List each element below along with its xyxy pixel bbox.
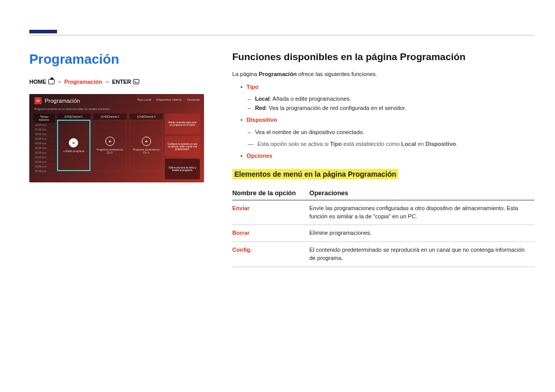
section-heading: Funciones disponibles en la página Progr… (232, 51, 534, 63)
table-row: Borrar Elimine programaciones. (232, 225, 534, 242)
right-column: Funciones disponibles en la página Progr… (232, 51, 534, 267)
ss-body: Tiempo reproduc. 12:00 a.m. 01:00 a.m. 0… (29, 114, 204, 179)
sub-bullet-device: Vea el nombre de un dispositivo conectad… (248, 128, 534, 137)
plus-icon: + (142, 137, 151, 146)
ui-screenshot-preview: 31 Programación Tipo Local Dispositivo I… (29, 94, 204, 182)
plus-icon: + (69, 138, 78, 147)
breadcrumb-arrow-1: → (57, 79, 62, 85)
top-rule (29, 35, 534, 35)
calendar-icon: 31 (34, 97, 42, 104)
ss-time-header: Tiempo reproduc. (33, 114, 55, 123)
th-option-name: Nombre de la opción (232, 186, 309, 200)
sub-bullet-local: Local: Añada o edite programaciones. (248, 95, 534, 104)
table-row: Enviar Envíe las programaciones configur… (232, 200, 534, 225)
home-icon (48, 79, 54, 84)
ss-time-row: 03:00 a.m. (33, 137, 55, 141)
ss-side-tip: Defina una hora de inicio y finalice el … (165, 159, 200, 179)
ss-channel-1: [CH1]Channel 1 + + Añadir programa (57, 114, 90, 179)
plus-icon: + (105, 137, 115, 146)
ss-top-right: Tipo Local Dispositivo Interna Opciones (137, 98, 200, 101)
ss-side-tip: Añade contenido para crear un programa e… (165, 114, 200, 134)
ss-time-list: 12:00 a.m. 01:00 a.m. 02:00 a.m. 03:00 a… (33, 123, 55, 174)
ss-time-row: 02:00 a.m. (33, 132, 55, 137)
ss-ch-body: + + Añadir programa (57, 120, 90, 171)
breadcrumb-home: HOME (29, 79, 46, 85)
subsection-heading: Elementos de menú en la página Programac… (232, 169, 398, 179)
ss-time-row: 04:00 a.m. (33, 141, 55, 146)
left-column: Programación HOME → Programación → ENTER… (29, 51, 209, 182)
row-desc: El contenido predeterminado se reproduci… (309, 242, 534, 267)
ss-time-row: 05:00 a.m. (33, 146, 55, 151)
ss-side-panel: Añade contenido para crear un programa e… (165, 114, 200, 179)
ss-options: Opciones (187, 98, 200, 101)
ss-title: Programación (45, 98, 80, 104)
ss-ch-label: + Añadir programa (62, 150, 85, 153)
ss-type-dropdown: Tipo Local (137, 98, 151, 101)
breadcrumb-enter: ENTER (112, 79, 131, 85)
ss-ch-header: [CH2]Channel 2 (94, 114, 127, 120)
row-name: Config. (232, 242, 309, 267)
ss-time-column: Tiempo reproduc. 12:00 a.m. 01:00 a.m. 0… (33, 114, 55, 179)
ss-time-row: 03:00 p.m. (33, 164, 55, 169)
bullet-dispositivo: Dispositivo (240, 116, 534, 125)
ss-ch-header: [CH1]Channel 1 (57, 114, 90, 120)
ss-ch-body: + Programa contenido en CH 3. (130, 120, 163, 171)
ss-time-row: 12:00 a.m. (33, 123, 55, 127)
options-table: Nombre de la opción Operaciones Enviar E… (232, 186, 534, 268)
ss-channels: [CH1]Channel 1 + + Añadir programa [CH2]… (57, 114, 163, 179)
ss-time-row: 01:00 p.m. (33, 155, 55, 160)
table-row: Config. El contenido predeterminado se r… (232, 242, 534, 267)
ss-subtitle: Programe contenido en un canal tras edit… (29, 107, 204, 114)
ss-device-dropdown: Dispositivo Interna (156, 98, 181, 101)
ss-time-row: 04:00 p.m. (33, 169, 55, 174)
breadcrumb-arrow-2: → (104, 79, 110, 85)
ss-header: 31 Programación Tipo Local Dispositivo I… (29, 94, 204, 107)
sub-bullet-red: Red: Vea la programación de red configur… (248, 104, 534, 113)
bullet-tipo: Tipo (240, 83, 534, 92)
ss-channel-3: [CH3]Channel 3 + Programa contenido en C… (130, 114, 163, 179)
bullet-opciones: Opciones (240, 152, 534, 161)
row-desc: Elimine programaciones. (309, 225, 534, 242)
ss-ch-header: [CH3]Channel 3 (130, 114, 163, 120)
top-accent-bar (29, 30, 57, 33)
ss-time-row: 02:00 p.m. (33, 160, 55, 164)
intro-paragraph: La página Programación ofrece las siguie… (232, 70, 534, 79)
breadcrumb-mid: Programación (64, 79, 102, 85)
ss-side-tip: Configure la duración en que se ejecuta,… (165, 136, 200, 157)
ss-ch-label: Programa contenido en CH 2. (94, 148, 126, 154)
ss-ch-label: Programa contenido en CH 3. (130, 148, 162, 154)
enter-icon (133, 79, 139, 84)
ss-ch-body: + Programa contenido en CH 2. (94, 120, 127, 171)
breadcrumb: HOME → Programación → ENTER (29, 79, 209, 85)
page-title: Programación (29, 51, 209, 67)
device-note: Esta opción solo se activa si Tipo está … (248, 140, 534, 148)
row-desc: Envíe las programaciones configuradas a … (309, 200, 534, 225)
ss-time-row: 01:00 a.m. (33, 127, 55, 132)
ss-time-row: 12:00 p.m. (33, 151, 55, 155)
row-name: Enviar (232, 200, 309, 225)
th-operations: Operaciones (309, 186, 534, 200)
row-name: Borrar (232, 225, 309, 242)
ss-channel-2: [CH2]Channel 2 + Programa contenido en C… (94, 114, 127, 179)
